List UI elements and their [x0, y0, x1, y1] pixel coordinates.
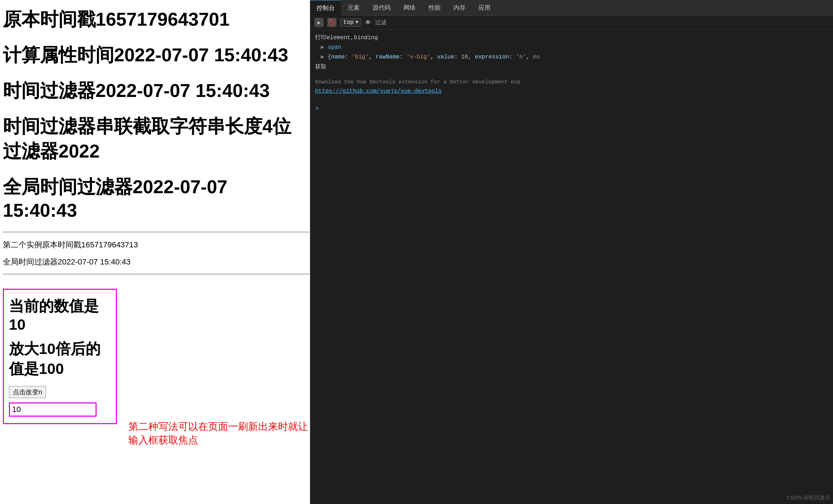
obj-value-val: 10: [461, 54, 468, 60]
watermark: CSDN @暗武逢天: [787, 494, 830, 501]
console-line-obj: ▶ {name: 'big', rawName: 'v-big', value:…: [315, 52, 828, 62]
print-element-binding: 打印element,binding: [315, 35, 378, 41]
console-line-link[interactable]: https://github.com/vuejs/vue-devtools: [315, 87, 828, 96]
tab-elements[interactable]: 元素: [341, 0, 366, 15]
tab-network[interactable]: 网络: [397, 0, 422, 15]
computed-time: 计算属性时间2022-07-07 15:40:43: [3, 43, 303, 68]
devtools-link[interactable]: https://github.com/vuejs/vue-devtools: [315, 88, 442, 94]
obj-expr-val: 'n': [516, 54, 526, 60]
filter-label: 过滤: [375, 19, 386, 26]
devtools-panel: 控制台 元素 源代码 网络 性能 内存 应用 ▶ 🚫 top ▼ 👁 过滤 打印…: [310, 0, 833, 504]
arrow-span-icon: ▶: [321, 44, 328, 51]
run-icon[interactable]: ▶: [314, 18, 324, 27]
obj-name-key: name: [331, 54, 345, 60]
span-tag: span: [328, 44, 341, 51]
console-line-1: 打印element,binding: [315, 33, 828, 43]
filter-time: 时间过滤器2022-07-07 15:40:43: [3, 78, 303, 103]
eye-icon[interactable]: 👁: [365, 19, 371, 26]
obj-rawname-key: rawName: [376, 54, 400, 60]
tab-console[interactable]: 控制台: [310, 0, 341, 16]
n-input[interactable]: [10, 403, 96, 416]
filter-chain-time: 时间过滤器串联截取字符串长度4位过滤器2022: [3, 114, 303, 164]
console-line-desc: Download the Vue Devtools extension for …: [315, 78, 828, 87]
current-value-label: 当前的数值是10: [9, 296, 111, 333]
timestamp-original: 原本时间戳1657179643701: [3, 7, 303, 32]
desc-text: Download the Vue Devtools extension for …: [315, 79, 520, 85]
global-filter-time: 全局时间过滤器2022-07-07 15:40:43: [3, 175, 303, 221]
console-prompt-line: >: [315, 103, 828, 114]
console-line-get: 获取: [315, 62, 828, 72]
pink-input-wrapper: [9, 402, 97, 417]
second-instance-global-filter: 全局时间过滤器2022-07-07 15:40:43: [3, 257, 303, 267]
tab-application[interactable]: 应用: [472, 0, 497, 15]
obj-value-key: value: [437, 54, 454, 60]
devtools-tabs-bar: 控制台 元素 源代码 网络 性能 内存 应用: [310, 0, 833, 16]
obj-expr-key: expression: [475, 54, 509, 60]
console-content: 打印element,binding ▶ span ▶ {name: 'big',…: [310, 30, 833, 504]
chevron-down-icon: ▼: [356, 20, 358, 25]
top-label: top: [343, 19, 354, 26]
change-n-button[interactable]: 点击改变n: [9, 386, 46, 398]
divider-1: [3, 232, 309, 232]
pink-box: 当前的数值是10 放大10倍后的值是100 点击改变n: [3, 289, 117, 424]
block-icon[interactable]: 🚫: [327, 18, 336, 27]
divider-2: [3, 274, 309, 274]
console-line-span: ▶ span: [315, 43, 828, 52]
get-label: 获取: [315, 64, 326, 70]
obj-name-val: 'big': [351, 54, 369, 60]
console-prompt: >: [315, 105, 319, 112]
focus-hint: 第二种写法可以在页面一刷新出来时就让输入框获取焦点: [128, 420, 310, 447]
left-panel: 原本时间戳1657179643701 计算属性时间2022-07-07 15:4…: [0, 0, 310, 504]
arrow-obj-icon: ▶: [321, 54, 328, 60]
magnified-value-label: 放大10倍后的值是100: [9, 339, 111, 379]
tab-sources[interactable]: 源代码: [366, 0, 397, 15]
second-instance-timestamp: 第二个实例原本时间戳1657179643713: [3, 240, 303, 250]
tab-memory[interactable]: 内存: [447, 0, 472, 15]
obj-rawname-val: 'v-big': [406, 54, 430, 60]
top-dropdown[interactable]: top ▼: [340, 18, 361, 27]
devtools-toolbar: ▶ 🚫 top ▼ 👁 过滤: [310, 16, 833, 30]
tab-performance[interactable]: 性能: [422, 0, 447, 15]
